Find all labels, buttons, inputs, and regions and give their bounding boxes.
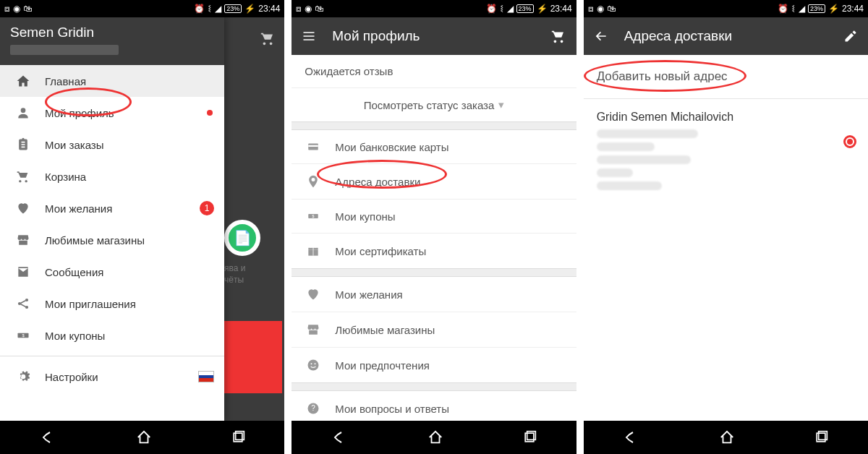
menu-settings[interactable]: Настройки — [0, 361, 224, 393]
dropdown-icon: ▾ — [498, 98, 504, 111]
status-bar: ⧈ ◉ 🛍 ⏰ ⧙ ◢ 23% ⚡ 23:44 — [584, 0, 868, 17]
item-label: Мои вопросы и ответы — [335, 403, 449, 415]
svg-text:$: $ — [312, 214, 315, 218]
menu-messages[interactable]: Сообщения — [0, 256, 224, 288]
drawer-header[interactable]: Semen Gridin — [0, 17, 224, 65]
profile-list: Ожидается отзыв Посмотреть статус заказа… — [292, 55, 576, 421]
navigation-drawer: Semen Gridin Главная Мой профиль Мои зак… — [0, 17, 224, 421]
home-icon[interactable] — [427, 429, 443, 445]
item-label: Мои купоны — [335, 210, 395, 223]
bag-icon: 🛍 — [315, 4, 323, 14]
item-bank-cards[interactable]: Мои банковские карты — [292, 130, 576, 164]
address-line-blurred — [597, 155, 691, 164]
smile-icon — [305, 358, 322, 372]
bag-icon: 🛍 — [607, 4, 616, 14]
address-selected-radio[interactable] — [843, 135, 856, 148]
alarm-icon: ⏰ — [194, 4, 205, 14]
coupon-icon: $ — [305, 210, 322, 223]
address-line-blurred — [597, 142, 655, 151]
address-line-blurred — [597, 129, 698, 138]
hamburger-icon[interactable] — [302, 29, 316, 43]
item-coupons[interactable]: $ Мои купоны — [292, 200, 576, 234]
user-icon: ◉ — [597, 4, 604, 14]
cart-icon — [13, 169, 33, 184]
pin-icon — [305, 174, 322, 189]
menu-home[interactable]: Главная — [0, 65, 224, 97]
item-wishlist[interactable]: Мои желания — [292, 277, 576, 312]
app-title: Адреса доставки — [624, 28, 732, 44]
menu-label: Главная — [45, 75, 86, 87]
menu-label: Любимые магазины — [45, 234, 145, 247]
home-icon[interactable] — [136, 429, 152, 445]
view-order-status[interactable]: Посмотреть статус заказа ▾ — [292, 87, 576, 121]
back-icon[interactable] — [40, 429, 57, 446]
recent-icon[interactable] — [814, 430, 828, 445]
dropbox-icon: ⧈ — [4, 4, 10, 14]
signal-icon: ◢ — [799, 4, 805, 14]
address-line-blurred — [597, 181, 662, 190]
add-new-label: Добавить новый адрес — [597, 69, 728, 83]
address-line-blurred — [597, 168, 633, 177]
store-icon — [305, 322, 322, 337]
item-label: Мои предпочтения — [335, 359, 430, 372]
svg-text:?: ? — [312, 404, 316, 412]
menu-coupons[interactable]: $ Мои купоны — [0, 320, 224, 351]
home-icon[interactable] — [719, 429, 735, 445]
back-icon[interactable] — [331, 429, 349, 446]
bg-text-2: чёты — [224, 275, 244, 285]
dropbox-icon: ⧈ — [588, 4, 594, 14]
address-recipient: Gridin Semen Michailovich — [597, 111, 855, 124]
screen-addresses: ⧈ ◉ 🛍 ⏰ ⧙ ◢ 23% ⚡ 23:44 Адреса доставки … — [584, 0, 868, 454]
item-label: Мои сертификаты — [335, 245, 426, 257]
item-label: Адреса доставки — [335, 176, 420, 188]
clock-text: 23:44 — [258, 4, 280, 14]
signal-icon: ◢ — [215, 4, 221, 14]
menu-stores[interactable]: Любимые магазины — [0, 224, 224, 256]
user-icon: ◉ — [305, 4, 312, 14]
back-arrow-icon[interactable] — [594, 29, 608, 43]
share-icon — [13, 296, 33, 311]
item-stores[interactable]: Любимые магазины — [292, 312, 576, 348]
cart-icon[interactable] — [260, 30, 276, 46]
item-preferences[interactable]: Мои предпочтения — [292, 348, 576, 382]
menu-label: Настройки — [45, 371, 98, 383]
menu-profile[interactable]: Мой профиль — [0, 97, 224, 129]
back-icon[interactable] — [623, 429, 640, 446]
awaiting-review: Ожидается отзыв — [292, 55, 576, 87]
battery-indicator: 23% — [808, 4, 825, 13]
card-icon — [305, 140, 322, 153]
menu-cart[interactable]: Корзина — [0, 160, 224, 192]
clock-text: 23:44 — [842, 4, 864, 14]
item-certificates[interactable]: Мои сертификаты — [292, 234, 576, 268]
recent-icon[interactable] — [522, 430, 537, 445]
user-email-blurred — [10, 45, 119, 55]
cart-icon[interactable] — [550, 28, 566, 44]
menu-wishlist[interactable]: Мои желания 1 — [0, 192, 224, 224]
svg-rect-9 — [309, 145, 319, 147]
address-card[interactable]: Gridin Semen Michailovich — [584, 99, 868, 206]
battery-indicator: 23% — [516, 4, 534, 13]
item-qa[interactable]: ? Мои вопросы и ответы — [292, 391, 576, 421]
bg-text-1: ява и — [224, 263, 245, 273]
battery-indicator: 23% — [224, 4, 242, 13]
menu-label: Сообщения — [45, 266, 103, 278]
menu-label: Корзина — [45, 171, 86, 183]
item-label: Мои желания — [335, 288, 402, 301]
app-title: Мой профиль — [332, 28, 420, 44]
clipboard-icon — [13, 137, 33, 152]
bg-ad-card — [224, 321, 282, 393]
user-name: Semen Gridin — [10, 25, 214, 40]
wifi-icon: ⧙ — [791, 4, 796, 14]
wifi-icon: ⧙ — [500, 4, 504, 14]
recent-icon[interactable] — [231, 430, 245, 445]
edit-icon[interactable] — [843, 29, 858, 43]
heart-icon — [305, 287, 322, 301]
item-addresses[interactable]: Адреса доставки — [292, 164, 576, 200]
menu-invites[interactable]: Мои приглашения — [0, 288, 224, 320]
store-icon — [13, 233, 33, 247]
add-new-address[interactable]: Добавить новый адрес — [584, 55, 868, 99]
menu-orders[interactable]: Мои заказы — [0, 129, 224, 160]
svg-point-14 — [308, 360, 319, 371]
heart-icon — [13, 201, 33, 215]
charging-icon: ⚡ — [828, 4, 839, 14]
